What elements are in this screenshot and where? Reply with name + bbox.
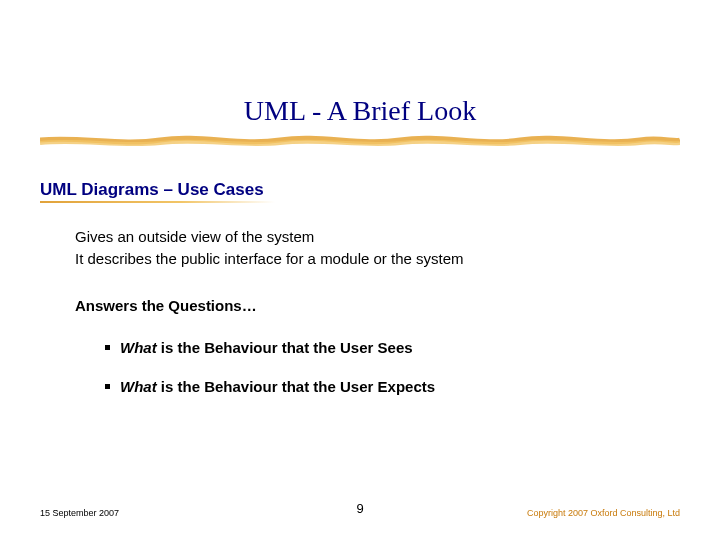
bullet-list: What is the Behaviour that the User Sees… xyxy=(105,338,655,397)
bullet-icon xyxy=(105,384,110,389)
body-line: It describes the public interface for a … xyxy=(75,249,655,269)
section-heading: UML Diagrams – Use Cases xyxy=(40,180,264,200)
body-content: Gives an outside view of the system It d… xyxy=(75,227,655,417)
questions-heading: Answers the Questions… xyxy=(75,296,655,316)
bullet-rest: is the Behaviour that the User Expects xyxy=(157,378,435,395)
bullet-text: What is the Behaviour that the User Sees xyxy=(120,338,413,358)
bullet-rest: is the Behaviour that the User Sees xyxy=(157,339,413,356)
title-underline-decoration xyxy=(40,134,680,148)
bullet-text: What is the Behaviour that the User Expe… xyxy=(120,377,435,397)
slide: UML - A Brief Look UML Diagrams – Use Ca… xyxy=(0,0,720,540)
bullet-emphasis: What xyxy=(120,378,157,395)
bullet-item: What is the Behaviour that the User Expe… xyxy=(105,377,655,397)
bullet-icon xyxy=(105,345,110,350)
section-heading-underline xyxy=(40,201,275,203)
bullet-emphasis: What xyxy=(120,339,157,356)
footer-copyright: Copyright 2007 Oxford Consulting, Ltd xyxy=(527,508,680,518)
bullet-item: What is the Behaviour that the User Sees xyxy=(105,338,655,358)
slide-title: UML - A Brief Look xyxy=(0,95,720,127)
body-line: Gives an outside view of the system xyxy=(75,227,655,247)
